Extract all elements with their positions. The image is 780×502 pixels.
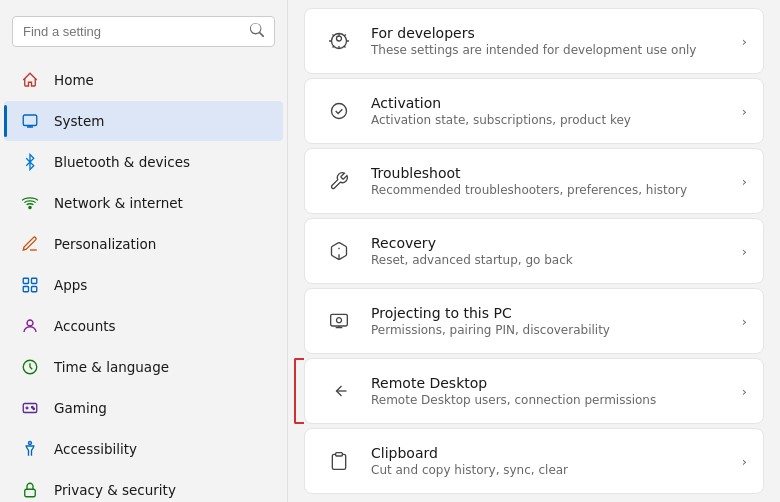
svg-point-6	[27, 320, 33, 326]
svg-rect-17	[336, 453, 343, 456]
remote-desktop-wrapper: Remote Desktop Remote Desktop users, con…	[304, 358, 764, 424]
setting-item-projecting[interactable]: Projecting to this PC Permissions, pairi…	[304, 288, 764, 354]
apps-icon	[20, 275, 40, 295]
svg-point-13	[332, 104, 347, 119]
sidebar-item-label: Home	[54, 72, 94, 88]
clipboard-icon	[321, 443, 357, 479]
setting-title: Activation	[371, 95, 734, 111]
setting-desc: Recommended troubleshooters, preferences…	[371, 183, 734, 197]
setting-item-activation[interactable]: Activation Activation state, subscriptio…	[304, 78, 764, 144]
sidebar-item-label: System	[54, 113, 104, 129]
svg-point-10	[29, 442, 32, 445]
svg-rect-5	[32, 287, 37, 292]
sidebar-item-accessibility[interactable]: Accessibility	[4, 429, 283, 469]
sidebar-item-accounts[interactable]: Accounts	[4, 306, 283, 346]
personalization-icon	[20, 234, 40, 254]
sidebar-item-label: Accounts	[54, 318, 116, 334]
svg-rect-0	[23, 115, 37, 126]
svg-point-9	[33, 408, 35, 410]
setting-item-troubleshoot[interactable]: Troubleshoot Recommended troubleshooters…	[304, 148, 764, 214]
setting-item-recovery[interactable]: Recovery Reset, advanced startup, go bac…	[304, 218, 764, 284]
search-input[interactable]	[23, 24, 244, 39]
sidebar-item-personalization[interactable]: Personalization	[4, 224, 283, 264]
chevron-right-icon: ›	[742, 384, 747, 399]
setting-text: Remote Desktop Remote Desktop users, con…	[371, 375, 734, 407]
accessibility-icon	[20, 439, 40, 459]
setting-title: Recovery	[371, 235, 734, 251]
setting-item-clipboard[interactable]: Clipboard Cut and copy history, sync, cl…	[304, 428, 764, 494]
setting-text: Clipboard Cut and copy history, sync, cl…	[371, 445, 734, 477]
setting-text: Recovery Reset, advanced startup, go bac…	[371, 235, 734, 267]
setting-title: Projecting to this PC	[371, 305, 734, 321]
sidebar-item-label: Time & language	[54, 359, 169, 375]
sidebar-item-apps[interactable]: Apps	[4, 265, 283, 305]
setting-desc: Reset, advanced startup, go back	[371, 253, 734, 267]
search-icon	[250, 23, 264, 40]
sidebar-item-label: Accessibility	[54, 441, 137, 457]
setting-item-remote-desktop[interactable]: Remote Desktop Remote Desktop users, con…	[304, 358, 764, 424]
setting-title: Clipboard	[371, 445, 734, 461]
network-icon	[20, 193, 40, 213]
sidebar-item-label: Personalization	[54, 236, 156, 252]
sidebar-item-system[interactable]: System	[4, 101, 283, 141]
home-icon	[20, 70, 40, 90]
projecting-icon	[321, 303, 357, 339]
setting-text: For developers These settings are intend…	[371, 25, 734, 57]
sidebar-item-label: Bluetooth & devices	[54, 154, 190, 170]
svg-rect-11	[25, 489, 36, 497]
search-bar[interactable]	[12, 16, 275, 47]
troubleshoot-icon	[321, 163, 357, 199]
setting-text: Activation Activation state, subscriptio…	[371, 95, 734, 127]
chevron-right-icon: ›	[742, 174, 747, 189]
setting-text: Projecting to this PC Permissions, pairi…	[371, 305, 734, 337]
chevron-right-icon: ›	[742, 454, 747, 469]
bluetooth-icon	[20, 152, 40, 172]
setting-title: For developers	[371, 25, 734, 41]
developers-icon	[321, 23, 357, 59]
sidebar: Home System Bluetooth & devices Network …	[0, 0, 288, 502]
recovery-icon	[321, 233, 357, 269]
setting-desc: These settings are intended for developm…	[371, 43, 734, 57]
svg-rect-4	[23, 287, 28, 292]
setting-desc: Activation state, subscriptions, product…	[371, 113, 734, 127]
svg-rect-2	[23, 278, 28, 283]
sidebar-item-home[interactable]: Home	[4, 60, 283, 100]
time-icon	[20, 357, 40, 377]
setting-title: Remote Desktop	[371, 375, 734, 391]
sidebar-item-label: Network & internet	[54, 195, 183, 211]
sidebar-item-gaming[interactable]: Gaming	[4, 388, 283, 428]
setting-desc: Cut and copy history, sync, clear	[371, 463, 734, 477]
svg-rect-14	[331, 314, 348, 326]
setting-desc: Remote Desktop users, connection permiss…	[371, 393, 734, 407]
sidebar-item-label: Gaming	[54, 400, 107, 416]
sidebar-item-label: Apps	[54, 277, 87, 293]
setting-title: Troubleshoot	[371, 165, 734, 181]
sidebar-item-privacy[interactable]: Privacy & security	[4, 470, 283, 502]
system-icon	[20, 111, 40, 131]
chevron-right-icon: ›	[742, 314, 747, 329]
activation-icon	[321, 93, 357, 129]
setting-desc: Permissions, pairing PIN, discoverabilit…	[371, 323, 734, 337]
privacy-icon	[20, 480, 40, 500]
main-content: For developers These settings are intend…	[288, 0, 780, 502]
remote-desktop-icon	[321, 373, 357, 409]
sidebar-item-bluetooth[interactable]: Bluetooth & devices	[4, 142, 283, 182]
chevron-right-icon: ›	[742, 104, 747, 119]
chevron-right-icon: ›	[742, 34, 747, 49]
remote-desktop-bracket	[294, 358, 304, 424]
sidebar-item-network[interactable]: Network & internet	[4, 183, 283, 223]
sidebar-item-time[interactable]: Time & language	[4, 347, 283, 387]
svg-point-1	[29, 206, 31, 208]
setting-text: Troubleshoot Recommended troubleshooters…	[371, 165, 734, 197]
accounts-icon	[20, 316, 40, 336]
svg-rect-3	[32, 278, 37, 283]
sidebar-item-label: Privacy & security	[54, 482, 176, 498]
chevron-right-icon: ›	[742, 244, 747, 259]
svg-point-15	[337, 318, 342, 323]
setting-item-developers[interactable]: For developers These settings are intend…	[304, 8, 764, 74]
gaming-icon	[20, 398, 40, 418]
